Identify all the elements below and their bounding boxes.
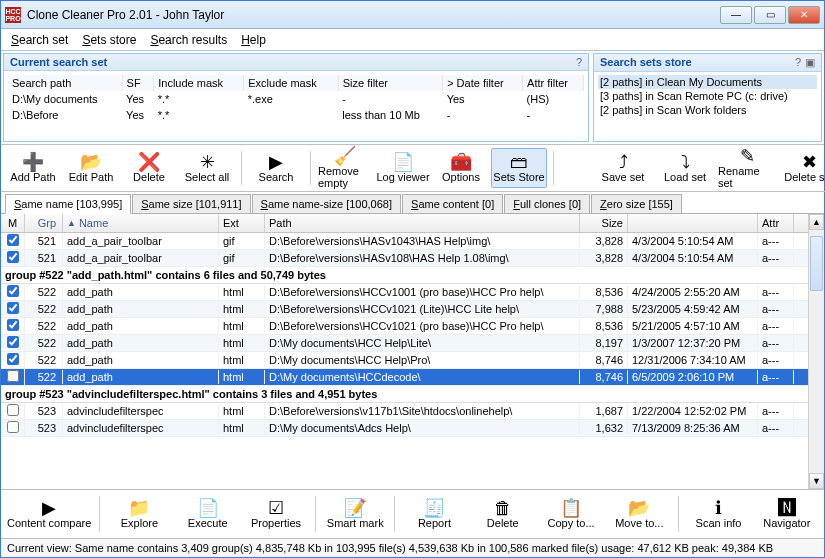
menu-sets-store[interactable]: Sets store xyxy=(76,31,142,49)
vertical-scrollbar[interactable]: ▲ ▼ xyxy=(808,214,824,489)
bottom-toolbar: ▶Content compare📁Explore📄Execute☑Propert… xyxy=(1,489,824,538)
content-compare-button[interactable]: ▶Content compare xyxy=(5,493,93,535)
maximize-button[interactable]: ▭ xyxy=(754,6,786,24)
app-icon: HCCPRO xyxy=(5,7,21,23)
row-mark-checkbox[interactable] xyxy=(7,421,19,433)
sets-list-item[interactable]: [2 paths] in Scan Work folders xyxy=(598,103,817,117)
row-mark-checkbox[interactable] xyxy=(7,370,19,382)
table-row[interactable]: 523advincludefilterspechtmlD:\Before\ver… xyxy=(1,403,808,420)
content-compare-button-icon: ▶ xyxy=(42,499,56,517)
tab[interactable]: Same name [103,995] xyxy=(5,194,131,214)
smart-mark-button[interactable]: 📝Smart mark xyxy=(322,493,388,535)
sp-col: Exclude mask xyxy=(244,75,338,91)
log-viewer-button[interactable]: 📄Log viewer xyxy=(375,148,431,188)
col-grp[interactable]: Grp xyxy=(25,214,63,232)
scroll-down-button[interactable]: ▼ xyxy=(809,473,824,489)
row-mark-checkbox[interactable] xyxy=(7,353,19,365)
edit-path-button[interactable]: 📂Edit Path xyxy=(63,148,119,188)
row-mark-checkbox[interactable] xyxy=(7,251,19,263)
col-date[interactable] xyxy=(628,214,758,232)
sort-asc-icon: ▲ xyxy=(67,218,76,228)
tab[interactable]: Full clones [0] xyxy=(504,194,590,213)
options-button-icon: 🧰 xyxy=(450,153,472,171)
table-row[interactable]: 522add_pathhtmlD:\Before\versions\HCCv10… xyxy=(1,284,808,301)
remove-empty-button[interactable]: 🧹Remove empty xyxy=(317,148,373,188)
results-grid: M Grp ▲Name Ext Path Size Attr 521add_a_… xyxy=(1,214,808,489)
search-sets-store-panel: Search sets store ?▣ [2 paths] in Clean … xyxy=(593,53,822,142)
row-mark-checkbox[interactable] xyxy=(7,302,19,314)
menu-search-results[interactable]: Search results xyxy=(144,31,233,49)
col-attr[interactable]: Attr xyxy=(758,214,794,232)
tab[interactable]: Same size [101,911] xyxy=(132,194,250,213)
search-path-row[interactable]: D:\My documentsYes*.**.exe-Yes(HS) xyxy=(8,91,584,107)
row-mark-checkbox[interactable] xyxy=(7,336,19,348)
edit-path-button-icon: 📂 xyxy=(80,153,102,171)
col-ext[interactable]: Ext xyxy=(219,214,265,232)
execute-button[interactable]: 📄Execute xyxy=(175,493,241,535)
log-viewer-button-icon: 📄 xyxy=(392,153,414,171)
panel-help-icon[interactable]: ? xyxy=(576,56,582,68)
results-tabs: Same name [103,995]Same size [101,911]Sa… xyxy=(1,192,824,214)
delete-set-button[interactable]: ✖Delete set xyxy=(779,148,825,188)
current-search-set-panel: Current search set ? Search pathSFInclud… xyxy=(3,53,589,142)
scroll-thumb[interactable] xyxy=(810,236,823,291)
menu-search-set[interactable]: Search set xyxy=(5,31,74,49)
explore-button[interactable]: 📁Explore xyxy=(106,493,172,535)
sp-col: > Date filter xyxy=(443,75,523,91)
navigator-button-icon: 🅽 xyxy=(778,499,796,517)
col-name[interactable]: ▲Name xyxy=(63,214,219,232)
window-title: Clone Cleaner Pro 2.01 - John Taylor xyxy=(27,8,720,22)
minimize-button[interactable]: — xyxy=(720,6,752,24)
table-row[interactable]: 521add_a_pair_toolbargifD:\Before\versio… xyxy=(1,233,808,250)
table-row[interactable]: 522add_pathhtmlD:\Before\versions\HCCv10… xyxy=(1,301,808,318)
save-set-button[interactable]: ⤴Save set xyxy=(593,148,653,188)
tab[interactable]: Zero size [155] xyxy=(591,194,682,213)
table-row[interactable]: 522add_pathhtmlD:\Before\versions\HCCv10… xyxy=(1,318,808,335)
sp-col: Size filter xyxy=(338,75,442,91)
delete-row-button[interactable]: 🗑Delete xyxy=(470,493,536,535)
sets-list-item[interactable]: [3 paths] in Scan Remote PC (c: drive) xyxy=(598,89,817,103)
close-button[interactable]: ✕ xyxy=(788,6,820,24)
search-path-row[interactable]: D:\BeforeYes*.*less than 10 Mb-- xyxy=(8,107,584,123)
properties-button[interactable]: ☑Properties xyxy=(243,493,309,535)
table-row[interactable]: 522add_pathhtmlD:\My documents\HCC Help\… xyxy=(1,352,808,369)
tab[interactable]: Same content [0] xyxy=(402,194,503,213)
report-button[interactable]: 🧾Report xyxy=(401,493,467,535)
add-path-button[interactable]: ➕Add Path xyxy=(5,148,61,188)
row-mark-checkbox[interactable] xyxy=(7,319,19,331)
rename-set-button-icon: ✎ xyxy=(740,147,755,165)
table-row[interactable]: 522add_pathhtmlD:\My documents\HCC Help\… xyxy=(1,335,808,352)
sets-list-item[interactable]: [2 paths] in Clean My Documents xyxy=(598,75,817,89)
menu-help[interactable]: Help xyxy=(235,31,272,49)
navigator-button[interactable]: 🅽Navigator xyxy=(754,493,820,535)
move-to-button[interactable]: 📂Move to... xyxy=(606,493,672,535)
remove-empty-button-icon: 🧹 xyxy=(334,147,356,165)
table-row[interactable]: 522add_pathhtmlD:\My documents\HCCdecode… xyxy=(1,369,808,386)
panel-close-icon[interactable]: ▣ xyxy=(805,56,815,69)
select-all-button[interactable]: ✳Select all xyxy=(179,148,235,188)
sp-col: SF xyxy=(122,75,154,91)
col-size[interactable]: Size xyxy=(580,214,628,232)
col-path[interactable]: Path xyxy=(265,214,580,232)
table-row[interactable]: 521add_a_pair_toolbargifD:\Before\versio… xyxy=(1,250,808,267)
scan-info-button-icon: ℹ xyxy=(715,499,722,517)
titlebar: HCCPRO Clone Cleaner Pro 2.01 - John Tay… xyxy=(1,1,824,29)
copy-to-button[interactable]: 📋Copy to... xyxy=(538,493,604,535)
panel-help-icon[interactable]: ? xyxy=(795,56,801,69)
panel-title: Search sets store xyxy=(600,56,692,69)
sets-store-button[interactable]: 🗃Sets Store xyxy=(491,148,547,188)
row-mark-checkbox[interactable] xyxy=(7,404,19,416)
tab[interactable]: Same name-size [100,068] xyxy=(252,194,401,213)
execute-button-icon: 📄 xyxy=(197,499,219,517)
scan-info-button[interactable]: ℹScan info xyxy=(685,493,751,535)
delete-path-button[interactable]: ❌Delete xyxy=(121,148,177,188)
load-set-button[interactable]: ⤵Load set xyxy=(655,148,715,188)
scroll-up-button[interactable]: ▲ xyxy=(809,214,824,230)
row-mark-checkbox[interactable] xyxy=(7,285,19,297)
options-button[interactable]: 🧰Options xyxy=(433,148,489,188)
table-row[interactable]: 523advincludefilterspechtmlD:\My documen… xyxy=(1,420,808,437)
col-m[interactable]: M xyxy=(1,214,25,232)
row-mark-checkbox[interactable] xyxy=(7,234,19,246)
search-button[interactable]: ▶Search xyxy=(248,148,304,188)
rename-set-button[interactable]: ✎Rename set xyxy=(717,148,777,188)
